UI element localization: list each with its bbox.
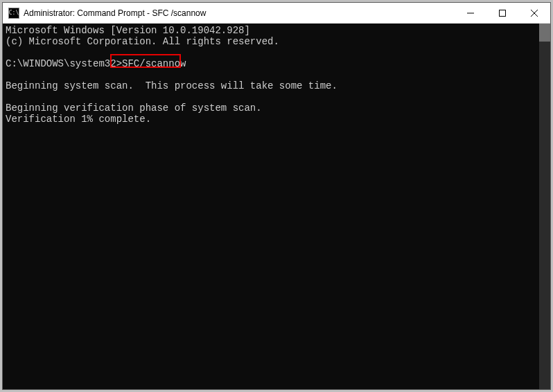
minimize-icon (467, 10, 474, 17)
close-button[interactable] (518, 3, 550, 23)
maximize-icon (499, 10, 506, 17)
maximize-button[interactable] (486, 3, 518, 23)
minimize-button[interactable] (455, 3, 486, 23)
terminal-output[interactable]: Microsoft Windows [Version 10.0.19042.92… (3, 24, 539, 389)
window-controls (455, 3, 550, 23)
cmd-icon: C:\ (8, 8, 19, 19)
window-title: Administrator: Command Prompt - SFC /sca… (24, 8, 455, 18)
command-prompt-window: C:\ Administrator: Command Prompt - SFC … (2, 2, 551, 390)
terminal-area: Microsoft Windows [Version 10.0.19042.92… (3, 24, 550, 389)
scrollbar-thumb[interactable] (539, 24, 550, 42)
scrollbar[interactable] (539, 24, 550, 389)
svg-rect-0 (500, 10, 506, 16)
titlebar[interactable]: C:\ Administrator: Command Prompt - SFC … (3, 3, 550, 24)
close-icon (531, 10, 538, 17)
